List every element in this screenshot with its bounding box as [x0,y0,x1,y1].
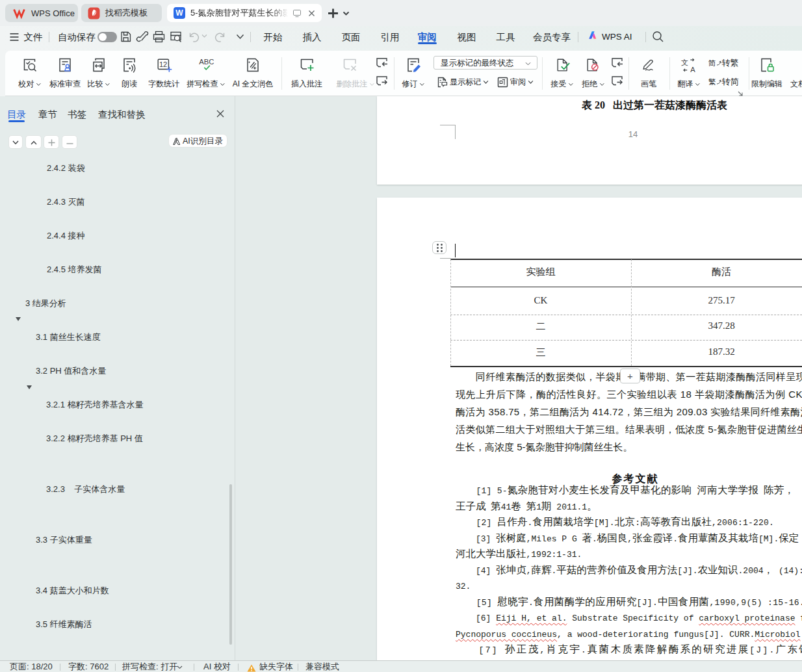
svg-text:ABC: ABC [199,58,214,66]
svg-text:A: A [690,66,695,73]
svg-text:文: 文 [681,58,688,66]
svg-text:12: 12 [159,60,167,68]
